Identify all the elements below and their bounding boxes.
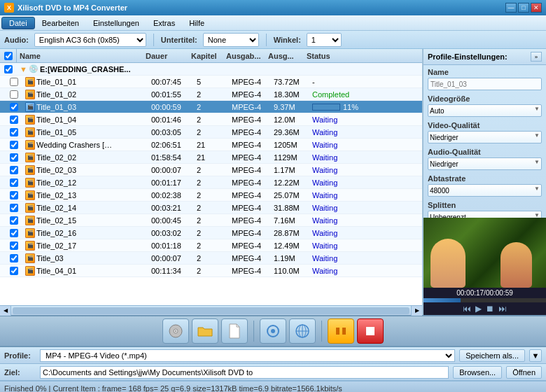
row-check[interactable] [6, 103, 22, 111]
row-check[interactable] [6, 141, 22, 149]
row-status: Waiting [309, 241, 422, 250]
row-check[interactable] [6, 178, 22, 187]
video-play-btn[interactable]: ▶ [474, 304, 483, 314]
scroll-thumb[interactable] [13, 307, 410, 314]
video-qualitaet-select[interactable]: Niedriger [428, 131, 542, 144]
row-dauer: 00:01:17 [148, 178, 194, 187]
file-icon: 🎬 [25, 77, 35, 87]
minimize-button[interactable]: — [505, 3, 517, 13]
add-folder-button[interactable] [192, 318, 218, 344]
menu-bearbeiten[interactable]: Bearbeiten [35, 18, 86, 29]
menu-hilfe[interactable]: Hilfe [182, 18, 211, 29]
row-check[interactable] [0, 65, 17, 74]
file-icon: 🎬 [25, 216, 35, 225]
file-icon: 🎬 [25, 140, 35, 150]
video-prev-btn[interactable]: ⏮ [461, 304, 472, 314]
row-check[interactable] [6, 128, 22, 136]
table-row[interactable]: 🎬Title_03 00:00:07 2 MPEG-4 1.19M Waitin… [0, 252, 422, 265]
video-stop-btn[interactable]: ⏹ [484, 304, 496, 314]
table-body[interactable]: ▼ 💿 E:[WEDDING_CRASHE... 🎬 Title_01_01 0… [0, 63, 422, 305]
row-check[interactable] [6, 191, 22, 200]
select-all-checkbox[interactable] [4, 52, 13, 60]
profile-bar: Profile: MP4 - MPEG-4 Video (*.mp4) Spei… [0, 347, 546, 364]
stop-button[interactable] [357, 318, 384, 344]
browse-button[interactable]: Browsen... [453, 366, 502, 379]
table-row[interactable]: 🎬Title_02_17 00:01:18 2 MPEG-4 12.49M Wa… [0, 239, 422, 252]
header-check[interactable] [0, 49, 17, 62]
web-button[interactable] [289, 318, 316, 344]
table-row[interactable]: 🎬Wedding Crashers [… 02:06:51 21 MPEG-4 … [0, 139, 422, 151]
expand-button[interactable]: ▼ [529, 349, 542, 362]
table-row[interactable]: 🎬 Title_01_01 00:07:45 5 MPEG-4 73.72M - [0, 76, 422, 88]
audio-qualitaet-select[interactable]: Niedriger [428, 158, 542, 170]
row-check[interactable] [6, 90, 22, 99]
close-button[interactable]: ✕ [531, 3, 542, 13]
menu-einstellungen[interactable]: Einstellungen [86, 18, 146, 29]
row-ausgabe2: 73.72M [271, 78, 309, 86]
row-name: 🎬Title_02_02 [22, 153, 148, 162]
row-check[interactable] [6, 216, 22, 225]
settings-abtastrate: Abtastrate 48000 [428, 174, 542, 197]
row-check[interactable] [6, 254, 22, 262]
open-button[interactable]: Öffnen [506, 366, 542, 379]
destination-input[interactable] [40, 366, 449, 379]
row-check[interactable] [6, 267, 22, 275]
splitten-wrapper: Unbegrenzt [428, 211, 542, 218]
table-row[interactable]: 🎬 Title_01_02 00:01:55 2 MPEG-4 18.30M C… [0, 88, 422, 101]
videogroesse-select[interactable]: Auto [428, 104, 542, 117]
file-icon: 🎬 [25, 127, 35, 137]
settings-button[interactable] [260, 318, 286, 344]
row-dauer: 02:06:51 [148, 141, 194, 149]
menu-datei[interactable]: Datei [1, 17, 35, 29]
table-row[interactable]: 🎬Title_02_13 00:02:38 2 MPEG-4 25.07M Wa… [0, 189, 422, 202]
table-row[interactable]: 🎬Title_04_01 00:11:34 2 MPEG-4 110.0M Wa… [0, 265, 422, 277]
table-row[interactable]: 🎬Title_02_15 00:00:45 2 MPEG-4 7.16M Wai… [0, 214, 422, 227]
scroll-right-btn[interactable]: ▶ [411, 306, 422, 316]
row-kapitel: 2 [194, 166, 229, 174]
abtastrate-select[interactable]: 48000 [428, 184, 542, 197]
row-check[interactable] [6, 229, 22, 237]
table-row[interactable]: 🎬Title_02_12 00:01:17 2 MPEG-4 12.22M Wa… [0, 176, 422, 189]
table-row[interactable]: 🎬Title_01_04 00:01:46 2 MPEG-4 12.0M Wai… [0, 113, 422, 126]
splitten-select[interactable]: Unbegrenzt [428, 211, 542, 218]
profile-select[interactable]: MP4 - MPEG-4 Video (*.mp4) [40, 349, 455, 362]
row-kapitel: 2 [194, 216, 229, 225]
table-row[interactable]: ▼ 💿 E:[WEDDING_CRASHE... [0, 63, 422, 76]
video-preview [424, 218, 546, 288]
table-row[interactable]: 🎬Title_02_02 01:58:54 21 MPEG-4 1129M Wa… [0, 151, 422, 164]
table-row[interactable]: 🎬Title_02_03 00:00:07 2 MPEG-4 1.17M Wai… [0, 164, 422, 176]
audio-qualitaet-wrapper: Niedriger [428, 158, 542, 170]
expand-icon[interactable]: ▼ [20, 65, 27, 74]
angle-select[interactable]: 1 [307, 33, 342, 47]
add-file-button[interactable] [221, 318, 248, 344]
panel-expand-button[interactable]: » [531, 52, 542, 62]
row-check[interactable] [6, 115, 22, 124]
settings-video-qualitaet: Video-Qualität Niedriger [428, 121, 542, 144]
row-check[interactable] [6, 78, 22, 86]
row-status: Waiting [309, 178, 422, 187]
maximize-button[interactable]: □ [518, 3, 529, 13]
row-check[interactable] [6, 166, 22, 174]
table-row[interactable]: 🎬 Title_01_03 00:00:59 2 MPEG-4 9.37M 11… [0, 101, 422, 113]
row-status: Completed [309, 90, 422, 99]
table-row[interactable]: 🎬Title_02_14 00:03:21 2 MPEG-4 31.88M Wa… [0, 202, 422, 214]
toolbar: Audio: English AC3 6ch (0x85) Untertitel… [0, 31, 546, 49]
start-button[interactable] [328, 318, 354, 344]
subtitle-select[interactable]: None [203, 33, 259, 47]
add-dvd-button[interactable] [162, 318, 189, 344]
horizontal-scrollbar[interactable]: ◀ ▶ [0, 305, 422, 315]
row-check[interactable] [6, 204, 22, 212]
stop-icon [363, 324, 377, 338]
table-row[interactable]: 🎬Title_01_05 00:03:05 2 MPEG-4 29.36M Wa… [0, 126, 422, 139]
menu-extras[interactable]: Extras [146, 18, 182, 29]
row-check[interactable] [6, 153, 22, 162]
row-check[interactable] [6, 241, 22, 250]
scroll-left-btn[interactable]: ◀ [0, 306, 11, 316]
audio-qualitaet-label: Audio-Qualität [428, 148, 542, 156]
video-next-btn[interactable]: ⏭ [497, 304, 508, 314]
audio-select[interactable]: English AC3 6ch (0x85) [34, 33, 146, 47]
row-name: 🎬 Title_01_03 [22, 102, 148, 112]
save-as-button[interactable]: Speichern als... [459, 349, 525, 362]
table-row[interactable]: 🎬Title_02_16 00:03:02 2 MPEG-4 28.87M Wa… [0, 227, 422, 239]
name-input[interactable] [428, 78, 542, 90]
